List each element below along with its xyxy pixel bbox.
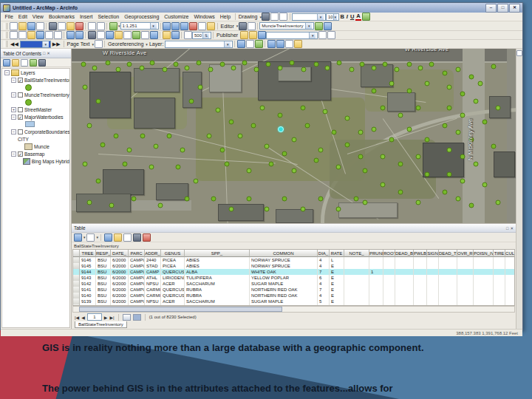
tree-point[interactable] [180,147,185,152]
hyperlink-icon[interactable] [141,31,149,39]
layer-label[interactable]: BallStateTreeInventory [24,78,70,83]
tree-point[interactable] [291,137,296,142]
tree-point[interactable] [380,154,385,160]
table-row[interactable]: 9145BSU6/2000CAMPUSTADPICEAABIESNORWAY S… [73,263,514,269]
tree-point[interactable] [406,62,412,67]
georeferencing-label[interactable]: Georeferencing [106,41,145,47]
record-number-box[interactable]: 1 [87,313,102,321]
tree-point[interactable] [362,168,367,174]
bold-button[interactable]: B [339,13,345,20]
toc-item-ballstatetreeinventory[interactable]: −✓BallStateTreeInventory [2,76,69,83]
tree-point[interactable] [482,120,487,125]
tree-point[interactable] [398,112,403,117]
find-icon[interactable] [115,31,123,39]
tree-point[interactable] [132,196,137,201]
tree-point[interactable] [318,147,323,152]
full-extent-icon[interactable] [36,31,44,39]
tree-point[interactable] [247,168,252,174]
toc-item-streetmaster[interactable]: +StreetMaster [2,106,69,113]
tree-point[interactable] [424,81,429,86]
page-text-icon[interactable] [95,40,103,48]
menu-windows[interactable]: Windows [191,14,217,19]
tree-point[interactable] [211,196,216,201]
swipe-icon[interactable] [276,40,284,48]
go-to-xy-icon[interactable] [123,31,132,39]
table-horizontal-scrollbar[interactable] [72,306,515,313]
tree-point[interactable] [371,65,376,70]
layer-label[interactable]: Layers [21,70,35,75]
tree-point[interactable] [358,154,363,160]
selected-field-combo[interactable]: ▾ [20,41,51,48]
tree-point[interactable] [482,183,487,188]
minus-expander-icon[interactable]: − [11,92,16,98]
tree-point[interactable] [460,112,465,117]
tree-point[interactable] [446,84,451,89]
tree-point[interactable] [406,88,412,93]
column-header-dead_br[interactable]: DEAD_BR [395,250,414,257]
tree-point[interactable] [442,123,447,128]
tree-point[interactable] [242,60,248,65]
tree-point[interactable] [105,60,110,65]
tree-point[interactable] [442,189,447,194]
tree-point[interactable] [278,65,283,70]
menu-customize[interactable]: Customize [162,14,191,19]
print-icon[interactable] [36,22,44,30]
toc-item-basemap[interactable]: −✓Basemap [2,150,69,157]
tree-point[interactable] [127,147,132,152]
clear-selection-icon[interactable] [97,31,105,39]
tree-point[interactable] [96,98,101,103]
go-forward-extent-icon[interactable] [75,31,83,39]
tree-point[interactable] [389,81,394,86]
package-map-icon[interactable] [249,31,257,39]
tree-point[interactable] [442,71,447,76]
tree-point[interactable] [313,158,318,163]
paste-icon[interactable] [66,22,75,30]
tree-point[interactable] [163,67,168,72]
tree-point[interactable] [225,161,230,166]
tree-point[interactable] [406,126,412,132]
georef-layer-combo[interactable]: ▾ [165,41,233,48]
flicker-icon[interactable] [285,40,293,48]
table-options-icon[interactable] [74,233,82,242]
tree-point[interactable] [173,62,178,67]
tree-point[interactable] [220,62,225,67]
toc-pin-icon[interactable]: □ [43,51,45,55]
clear-table-selection-icon[interactable] [123,233,132,242]
tree-point[interactable] [300,207,305,212]
tree-point[interactable] [318,196,323,201]
menu-view[interactable]: View [30,14,46,19]
zoom-to-selected-icon[interactable] [133,233,141,242]
tree-point[interactable] [349,67,354,72]
layer-label[interactable]: Basemap [24,151,44,157]
maximize-button[interactable]: □ [497,4,508,13]
related-tables-icon[interactable] [86,233,95,242]
tree-point[interactable] [491,64,496,69]
toc-item-symbol[interactable] [2,98,69,106]
tree-point[interactable] [477,81,482,86]
column-header-genus[interactable]: GENUS [161,250,185,257]
layer-visibility-checkbox[interactable] [18,107,23,112]
tree-point[interactable] [247,196,252,201]
layer-visibility-checkbox[interactable]: ✓ [18,78,23,83]
save-icon[interactable] [27,22,35,30]
next-record-button[interactable]: ▶ [104,315,108,320]
tree-point[interactable] [127,62,132,67]
text-tool-icon[interactable] [279,13,287,21]
tree-point[interactable] [371,88,376,93]
tree-point[interactable] [278,112,283,117]
tree-point[interactable] [468,74,474,79]
layer-label[interactable]: Bing Maps Hybrid [32,159,69,164]
last-record-button[interactable]: ▶| [109,315,114,320]
arctoolbox-icon[interactable] [189,22,197,30]
tree-point[interactable] [415,200,420,205]
table-pin-icon[interactable]: □ [506,226,508,231]
tree-point[interactable] [189,98,194,103]
minus-expander-icon[interactable]: − [4,70,10,75]
tree-point[interactable] [154,144,159,149]
column-header-tire[interactable]: TIRE [494,250,505,257]
layer-label[interactable]: CITY [18,137,29,142]
tree-point[interactable] [291,168,296,174]
table-row[interactable]: 9139BSU6/2000CAMPUNPSUACERSACCHARUMSUGAR… [73,299,514,304]
point-symbol-green[interactable] [25,99,32,106]
close-button[interactable]: ✕ [509,4,520,13]
